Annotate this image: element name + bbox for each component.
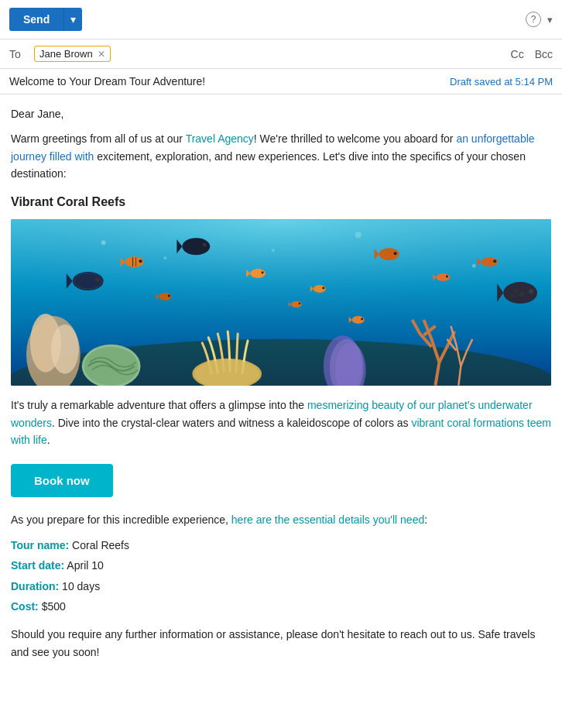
- svg-point-25: [262, 272, 264, 274]
- svg-point-56: [361, 318, 363, 321]
- help-icon[interactable]: ?: [526, 12, 541, 27]
- svg-point-2: [101, 240, 106, 245]
- send-button[interactable]: Send: [9, 8, 63, 31]
- svg-point-51: [291, 301, 302, 307]
- coral-link: vibrant coral formations teem with life: [11, 417, 551, 446]
- svg-point-10: [51, 325, 79, 374]
- start-date-value: April 10: [67, 559, 103, 572]
- unforgettable-link: an unforgettable journey filled with: [11, 132, 535, 162]
- subject-row: Welcome to Your Dream Tour Adventure! Dr…: [0, 69, 562, 94]
- start-date-label: Start date:: [11, 559, 64, 572]
- cost-value: $500: [42, 600, 66, 613]
- svg-point-49: [515, 289, 519, 293]
- book-now-button[interactable]: Book now: [11, 464, 113, 497]
- recipient-name: Jane Brown: [39, 48, 93, 60]
- tour-name-label: Tour name:: [11, 539, 69, 551]
- intro-paragraph: Warm greetings from all of us at our Tra…: [11, 130, 551, 182]
- duration-label: Duration:: [11, 580, 59, 592]
- svg-point-28: [394, 252, 397, 255]
- svg-point-20: [139, 259, 142, 263]
- svg-point-41: [446, 276, 448, 278]
- post-image-paragraph: It's truly a remarkable adventure that o…: [11, 397, 551, 448]
- essential-details-link: here are the essential details you'll ne…: [231, 513, 424, 526]
- svg-point-47: [529, 289, 533, 294]
- draft-saved-status: Draft saved at 5:14 PM: [450, 76, 553, 88]
- toolbar-left: Send ▾: [9, 8, 82, 31]
- tour-name-line: Tour name: Coral Reefs: [11, 537, 551, 554]
- svg-point-48: [519, 292, 524, 297]
- tour-details: Tour name: Coral Reefs Start date: April…: [11, 537, 551, 616]
- bcc-button[interactable]: Bcc: [535, 48, 553, 60]
- closing-paragraph: Should you require any further informati…: [11, 626, 551, 661]
- cc-button[interactable]: Cc: [511, 48, 524, 60]
- svg-point-31: [322, 287, 324, 290]
- cost-label: Cost:: [11, 600, 39, 613]
- greeting: Dear Jane,: [11, 105, 551, 122]
- svg-point-38: [203, 243, 207, 247]
- duration-line: Duration: 10 days: [11, 578, 551, 595]
- chevron-down-icon: ▾: [70, 13, 76, 26]
- svg-point-39: [436, 273, 450, 281]
- coral-reef-image: [11, 219, 551, 386]
- svg-point-59: [168, 295, 170, 297]
- to-label: To: [9, 48, 34, 60]
- duration-value: 10 days: [62, 580, 100, 592]
- remove-recipient-icon[interactable]: ✕: [98, 50, 105, 59]
- svg-point-4: [355, 232, 362, 238]
- svg-point-53: [299, 303, 300, 304]
- toolbar-chevron-icon[interactable]: ▾: [547, 14, 553, 26]
- section-title: Vibrant Coral Reefs: [11, 192, 551, 212]
- svg-point-6: [272, 249, 275, 252]
- to-row: To Jane Brown ✕ Cc Bcc: [0, 39, 562, 69]
- start-date-line: Start date: April 10: [11, 557, 551, 574]
- svg-point-3: [163, 256, 166, 259]
- toolbar-right: ? ▾: [526, 12, 553, 27]
- svg-point-36: [182, 238, 210, 255]
- tour-name-value: Coral Reefs: [72, 539, 129, 551]
- svg-point-5: [472, 264, 476, 268]
- svg-point-50: [511, 294, 514, 297]
- subject-text[interactable]: Welcome to Your Dream Tour Adventure!: [9, 75, 450, 88]
- svg-point-44: [493, 259, 496, 263]
- cost-line: Cost: $500: [11, 598, 551, 615]
- cc-bcc-controls: Cc Bcc: [511, 48, 553, 60]
- toolbar: Send ▾ ? ▾: [0, 0, 562, 39]
- svg-point-34: [95, 277, 100, 282]
- pre-details-text: As you prepare for this incredible exper…: [11, 511, 551, 528]
- travel-agency-link: Travel Agency: [186, 132, 254, 145]
- email-body: Dear Jane, Warm greetings from all of us…: [0, 94, 562, 687]
- send-dropdown-button[interactable]: ▾: [63, 8, 82, 31]
- recipient-tag[interactable]: Jane Brown ✕: [34, 46, 111, 62]
